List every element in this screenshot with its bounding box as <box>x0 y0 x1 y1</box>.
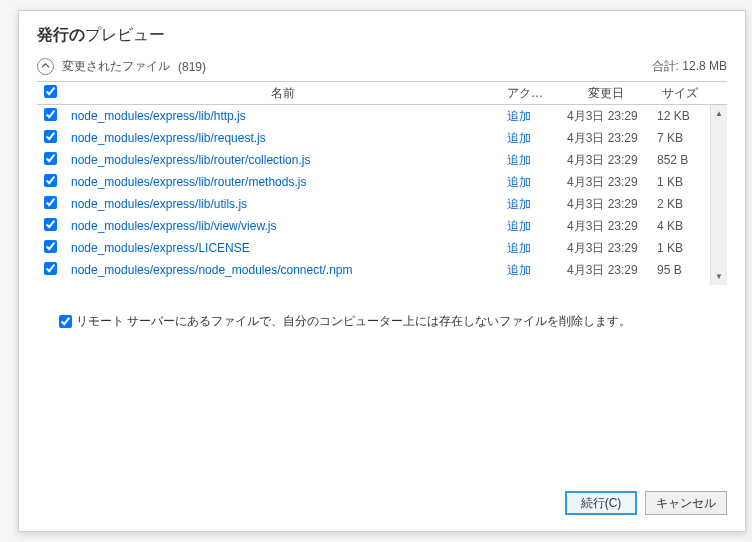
row-size: 1 KB <box>651 241 709 255</box>
dialog-footer: 続行(C) キャンセル <box>19 481 745 531</box>
column-header-size[interactable]: サイズ <box>651 85 709 102</box>
row-date: 4月3日 23:29 <box>561 108 651 125</box>
changed-files-label: 変更されたファイル <box>62 58 170 75</box>
scroll-up-icon[interactable]: ▲ <box>711 105 727 122</box>
file-name-link[interactable]: node_modules/express/lib/router/collecti… <box>71 153 310 167</box>
action-link[interactable]: 追加 <box>507 175 531 189</box>
row-date: 4月3日 23:29 <box>561 196 651 213</box>
changed-files-count: (819) <box>178 60 206 74</box>
row-size: 12 KB <box>651 109 709 123</box>
action-link[interactable]: 追加 <box>507 219 531 233</box>
table-row: node_modules/express/lib/view/view.js追加4… <box>37 215 727 237</box>
action-link[interactable]: 追加 <box>507 153 531 167</box>
row-checkbox[interactable] <box>44 262 57 275</box>
dialog-title: 発行のプレビュー <box>19 11 745 54</box>
row-checkbox[interactable] <box>44 240 57 253</box>
column-header-name[interactable]: 名前 <box>65 85 501 102</box>
row-date: 4月3日 23:29 <box>561 174 651 191</box>
table-row: node_modules/express/lib/http.js追加4月3日 2… <box>37 105 727 127</box>
file-name-link[interactable]: node_modules/express/lib/router/methods.… <box>71 175 306 189</box>
publish-preview-dialog: 発行のプレビュー 変更されたファイル (819) 合計: 12.8 MB 名前 … <box>18 10 746 532</box>
row-checkbox[interactable] <box>44 196 57 209</box>
table-body: node_modules/express/lib/http.js追加4月3日 2… <box>37 105 727 285</box>
row-size: 1 KB <box>651 175 709 189</box>
row-checkbox[interactable] <box>44 130 57 143</box>
file-name-link[interactable]: node_modules/express/lib/utils.js <box>71 197 247 211</box>
action-link[interactable]: 追加 <box>507 241 531 255</box>
row-date: 4月3日 23:29 <box>561 152 651 169</box>
row-date: 4月3日 23:29 <box>561 262 651 279</box>
action-link[interactable]: 追加 <box>507 131 531 145</box>
title-rest: プレビュー <box>85 26 165 43</box>
delete-remote-files-checkbox[interactable] <box>59 315 72 328</box>
scroll-down-icon[interactable]: ▼ <box>711 268 727 285</box>
file-name-link[interactable]: node_modules/express/LICENSE <box>71 241 250 255</box>
action-link[interactable]: 追加 <box>507 197 531 211</box>
file-name-link[interactable]: node_modules/express/lib/view/view.js <box>71 219 276 233</box>
total-size: 合計: 12.8 MB <box>652 58 727 75</box>
row-size: 2 KB <box>651 197 709 211</box>
column-header-date[interactable]: 変更日 <box>561 85 651 102</box>
row-date: 4月3日 23:29 <box>561 130 651 147</box>
table-row: node_modules/express/LICENSE追加4月3日 23:29… <box>37 237 727 259</box>
row-size: 7 KB <box>651 131 709 145</box>
row-date: 4月3日 23:29 <box>561 240 651 257</box>
table-header-row: 名前 アクション 変更日 サイズ <box>37 81 727 105</box>
row-checkbox[interactable] <box>44 174 57 187</box>
cancel-button[interactable]: キャンセル <box>645 491 727 515</box>
summary-row: 変更されたファイル (819) 合計: 12.8 MB <box>19 54 745 81</box>
row-size: 95 B <box>651 263 709 277</box>
total-value: 12.8 MB <box>682 59 727 73</box>
file-table: 名前 アクション 変更日 サイズ node_modules/express/li… <box>37 81 727 285</box>
row-checkbox[interactable] <box>44 218 57 231</box>
action-link[interactable]: 追加 <box>507 263 531 277</box>
collapse-toggle-icon[interactable] <box>37 58 54 75</box>
select-all-checkbox[interactable] <box>44 85 57 98</box>
delete-option-row: リモート サーバーにあるファイルで、自分のコンピューター上には存在しないファイル… <box>19 285 745 340</box>
row-date: 4月3日 23:29 <box>561 218 651 235</box>
table-row: node_modules/express/lib/router/collecti… <box>37 149 727 171</box>
total-label: 合計: <box>652 59 679 73</box>
row-checkbox[interactable] <box>44 108 57 121</box>
row-checkbox[interactable] <box>44 152 57 165</box>
action-link[interactable]: 追加 <box>507 109 531 123</box>
file-name-link[interactable]: node_modules/express/lib/http.js <box>71 109 246 123</box>
table-row: node_modules/express/lib/utils.js追加4月3日 … <box>37 193 727 215</box>
delete-option-label: リモート サーバーにあるファイルで、自分のコンピューター上には存在しないファイル… <box>76 313 631 330</box>
table-row: node_modules/express/lib/router/methods.… <box>37 171 727 193</box>
table-row: node_modules/express/lib/request.js追加4月3… <box>37 127 727 149</box>
scrollbar[interactable]: ▲ ▼ <box>710 105 727 285</box>
file-name-link[interactable]: node_modules/express/node_modules/connec… <box>71 263 353 277</box>
title-bold: 発行の <box>37 26 85 43</box>
continue-button[interactable]: 続行(C) <box>565 491 637 515</box>
file-name-link[interactable]: node_modules/express/lib/request.js <box>71 131 266 145</box>
row-size: 4 KB <box>651 219 709 233</box>
table-row: node_modules/express/node_modules/connec… <box>37 259 727 281</box>
column-header-action[interactable]: アクション <box>501 85 561 102</box>
row-size: 852 B <box>651 153 709 167</box>
